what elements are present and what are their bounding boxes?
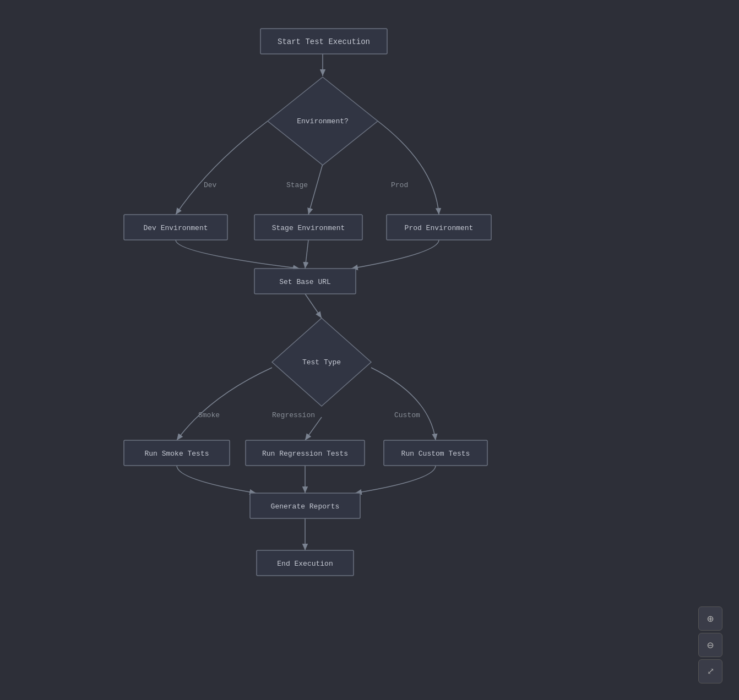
svg-text:Custom: Custom [394,411,420,419]
svg-line-4 [305,294,322,318]
dev-env-label: Dev Environment [143,224,208,232]
env-diamond-label: Environment? [297,117,349,125]
svg-line-3 [305,240,308,269]
zoom-out-button[interactable]: ⊖ [698,633,722,657]
svg-line-5 [305,417,322,440]
fullscreen-icon: ⤢ [707,666,714,677]
prod-env-label: Prod Environment [405,224,474,232]
end-node-label: End Execution [277,560,333,568]
svg-text:Smoke: Smoke [198,411,220,419]
smoke-tests-label: Run Smoke Tests [144,450,209,458]
flowchart-canvas: Dev Stage Prod Smoke Regression Custom S… [0,0,739,700]
test-type-label: Test Type [302,358,341,367]
regression-tests-label: Run Regression Tests [262,450,348,458]
svg-text:Stage: Stage [286,181,308,189]
svg-text:Regression: Regression [272,411,315,419]
start-node-label: Start Test Execution [278,37,370,46]
zoom-out-icon: ⊖ [707,638,714,652]
stage-env-label: Stage Environment [272,224,345,232]
zoom-in-icon: ⊕ [707,612,714,626]
svg-text:Dev: Dev [204,181,217,189]
svg-text:Prod: Prod [391,181,408,189]
set-base-url-label: Set Base URL [279,278,331,286]
fullscreen-button[interactable]: ⤢ [698,659,722,683]
zoom-controls: ⊕ ⊖ ⤢ [698,606,722,683]
flowchart-svg: Dev Stage Prod Smoke Regression Custom S… [0,0,739,700]
custom-tests-label: Run Custom Tests [401,450,470,458]
zoom-in-button[interactable]: ⊕ [698,606,722,631]
generate-reports-label: Generate Reports [271,502,340,511]
svg-line-2 [308,164,323,215]
